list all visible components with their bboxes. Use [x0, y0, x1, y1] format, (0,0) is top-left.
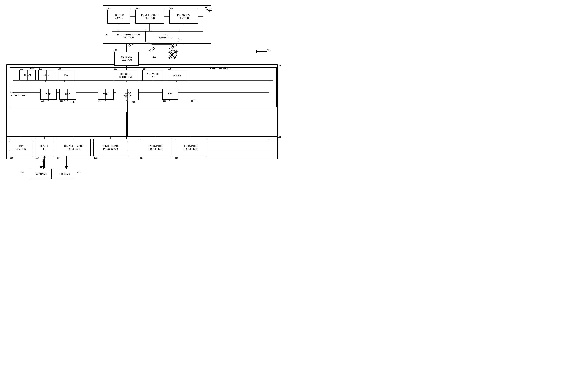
ref-150: 150: [98, 100, 101, 102]
encryption-processor-box: ENCRYPTIONPROCESSOR: [140, 139, 172, 156]
ref-108: 108: [39, 68, 42, 70]
arrow-102: [206, 8, 215, 14]
hdd-label: HDD: [65, 93, 70, 96]
svg-line-47: [173, 44, 177, 47]
ref-106: 106: [21, 171, 24, 173]
svg-line-72: [172, 45, 177, 49]
ref-130: 130: [147, 42, 150, 44]
ref-114: 114: [143, 68, 146, 70]
console-section-if-box: CONSOLESECTION I/F: [113, 70, 138, 81]
ref-131: 131: [178, 38, 181, 40]
svg-line-44: [152, 47, 156, 51]
console-section-box: CONSOLESECTION: [114, 52, 139, 66]
pc-controller-box: PCCONTROLLER: [152, 30, 179, 42]
rom-label: ROM: [46, 93, 51, 96]
ref-105: 105: [77, 171, 80, 173]
network-if-label: NETWORKI/F: [147, 73, 159, 79]
pc-controller-label: PCCONTROLLER: [158, 33, 173, 39]
device-if-box: DEVICEI/F: [35, 139, 54, 156]
pc-operation-label: PC OPERATIONSECTION: [141, 14, 158, 20]
svg-line-40: [170, 52, 176, 57]
hdd-icon: [70, 97, 73, 99]
printer-driver-box: PRINTERDRIVER: [107, 10, 130, 24]
image-bus-if-label: IMAGEBUS I/F: [124, 92, 132, 98]
svg-point-70: [168, 51, 176, 59]
modem-label: MODEM: [173, 74, 182, 77]
ref-124: 124: [278, 136, 281, 138]
scanner-label: SCANNER: [35, 172, 47, 175]
ref-107: 107: [115, 49, 118, 51]
ref-132: 132: [105, 34, 108, 36]
pc-operation-section-box: PC OPERATIONSECTION: [135, 10, 164, 24]
scanner-image-processor-box: SCANNER IMAGEPROCESSOR: [57, 139, 91, 156]
printer-image-processor-label: PRINTER IMAGEPROCESSOR: [101, 145, 119, 151]
ref-103: 103: [153, 56, 156, 58]
sram-label: SRAM: [24, 74, 31, 77]
rtc-label: RTC: [168, 93, 173, 96]
ref-101: 101: [267, 49, 271, 51]
ref-122: 122: [140, 157, 143, 159]
pc-communication-section-box: PC COMMUNICATIONSECTION: [112, 30, 146, 42]
ref-125: 125: [132, 101, 135, 103]
ref-126: 126: [175, 50, 178, 52]
ref-118: 118: [10, 157, 13, 159]
printer-box: PRINTER: [54, 168, 75, 179]
scanner-image-processor-label: SCANNER IMAGEPROCESSOR: [64, 145, 83, 151]
pc-display-label: PC DISPLAYSECTION: [177, 14, 191, 20]
encryption-processor-label: ENCRYPTIONPROCESSOR: [148, 145, 163, 151]
console-section-if-label: CONSOLESECTION I/F: [119, 73, 133, 79]
svg-line-66: [126, 43, 131, 47]
ref-120: 120: [57, 157, 60, 159]
ram-box: RAM: [58, 70, 74, 80]
pc-display-section-box: PC DISPLAYSECTION: [169, 10, 198, 24]
ref-127: 127: [108, 7, 111, 9]
ref-113: 113: [114, 68, 117, 70]
hdd-box: HDD: [59, 89, 76, 99]
image-bus-if-box: IMAGEBUS I/F: [116, 89, 139, 100]
pc-communication-label: PC COMMUNICATIONSECTION: [117, 33, 140, 39]
rom-box: ROM: [40, 89, 57, 99]
ram-label: RAM: [63, 74, 69, 77]
scanner-box: SCANNER: [30, 168, 52, 179]
rip-section-box: RIPSECTION: [10, 139, 32, 156]
printer-image-processor-box: PRINTER IMAGEPROCESSOR: [93, 139, 127, 156]
ref-110: 110: [41, 100, 44, 102]
ref-104: 104: [278, 64, 281, 66]
device-if-label: DEVICEI/F: [40, 145, 49, 151]
ref-111: 111: [60, 100, 63, 102]
svg-line-69: [169, 52, 175, 58]
printer-driver-label: PRINTERDRIVER: [114, 14, 124, 20]
tpm-label: TPM: [103, 93, 108, 96]
console-section-label: CONSOLESECTION: [121, 56, 132, 61]
svg-line-39: [170, 52, 176, 57]
svg-line-46: [170, 44, 175, 47]
decryption-processor-box: DECRYPTIONPROCESSOR: [175, 139, 207, 156]
ref-115: 115: [168, 68, 171, 70]
rip-section-label: RIPSECTION: [16, 145, 26, 151]
network-if-box: NETWORKI/F: [142, 70, 163, 81]
ref-129: 129: [170, 7, 173, 9]
ref-112: 112: [20, 68, 23, 70]
modem-box: MODEM: [168, 70, 187, 81]
rtc-box: RTC: [162, 89, 178, 99]
svg-line-67: [129, 43, 134, 47]
diagram: PC 102 PRINTERDRIVER 127 PC OPERATIONSEC…: [0, 0, 285, 196]
svg-line-53: [207, 9, 211, 13]
ref-121: 121: [94, 157, 97, 159]
tpm-box: TPM: [98, 89, 113, 99]
svg-line-71: [169, 45, 175, 49]
ref-123: 123: [175, 157, 178, 159]
ref-116: 116: [163, 100, 166, 102]
ref-111a: 111a: [71, 101, 75, 103]
cpu-box: CPU: [38, 70, 55, 80]
cpu-label: CPU: [44, 74, 49, 77]
printer-label: PRINTER: [60, 172, 69, 175]
ref-109: 109: [58, 68, 61, 70]
ref-128: 128: [136, 7, 139, 9]
ref-117: 117: [191, 100, 194, 102]
svg-line-68: [169, 52, 175, 58]
sram-box: SRAM: [19, 70, 36, 80]
ref-119: 119: [35, 157, 39, 159]
decryption-processor-label: DECRYPTIONPROCESSOR: [183, 145, 198, 151]
svg-line-43: [149, 47, 154, 51]
